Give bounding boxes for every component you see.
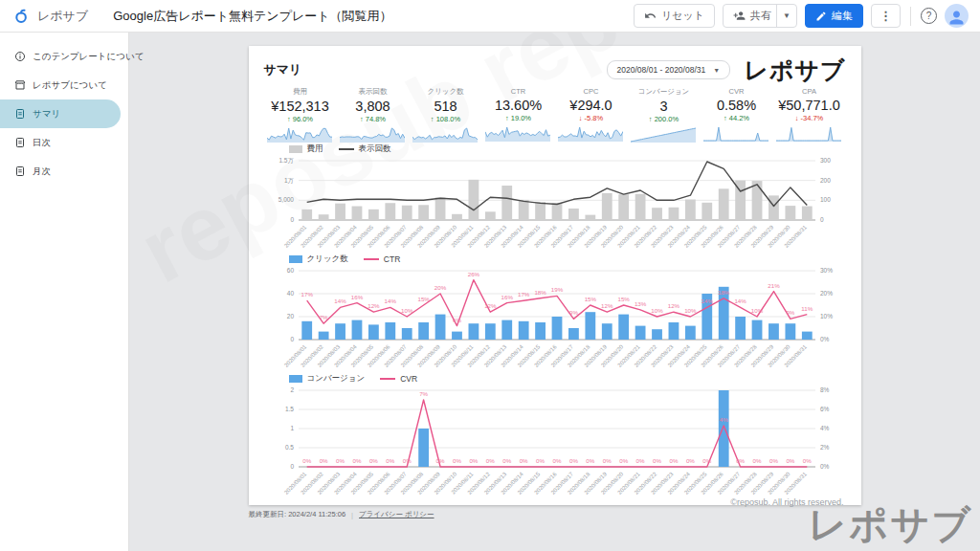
svg-text:0%: 0%: [602, 457, 611, 464]
svg-text:10%: 10%: [651, 307, 663, 314]
svg-text:0%: 0%: [519, 457, 527, 464]
svg-text:18%: 18%: [717, 289, 729, 296]
legend-bar-swatch: [289, 375, 302, 383]
svg-text:16%: 16%: [350, 294, 363, 300]
svg-text:0%: 0%: [619, 457, 628, 464]
kpi-delta: ↑ 96.0%: [267, 115, 334, 123]
cost-impressions-chart-block: 費用表示回数 05,0001万1.5万01002003002020/08/012…: [264, 143, 846, 253]
svg-text:4%: 4%: [719, 416, 727, 423]
report-title: Google広告レポート無料テンプレート（閲覧用）: [113, 8, 391, 25]
svg-text:0%: 0%: [536, 457, 545, 464]
clicks-ctr-chart-block: クリック数CTR 02040600%10%20%30%17%7%14%16%12…: [264, 253, 846, 372]
undo-icon: [644, 10, 657, 22]
kpi-sparkline: [267, 126, 332, 143]
conversions-cvr-legend: コンバージョンCVR: [264, 373, 846, 385]
svg-text:6%: 6%: [453, 317, 461, 323]
svg-text:0%: 0%: [736, 457, 745, 464]
kpi-label: CPA: [776, 87, 843, 96]
legend-line-swatch: [380, 378, 395, 381]
svg-text:0%: 0%: [435, 457, 444, 464]
clicks-ctr-chart[interactable]: 02040600%10%20%30%17%7%14%16%12%14%10%15…: [264, 265, 846, 372]
svg-text:20%: 20%: [820, 290, 833, 297]
kpi-label: 表示回数: [340, 87, 407, 97]
legend-label: クリック数: [307, 253, 348, 265]
svg-text:26%: 26%: [467, 271, 479, 277]
privacy-policy-link[interactable]: プライバシー ポリシー: [359, 510, 434, 519]
topbar: レポサブ Google広告レポート無料テンプレート（閲覧用） リセット 共有 ▼…: [0, 0, 980, 33]
sidebar-item-2[interactable]: レポサブについて: [0, 71, 128, 99]
sidebar-item-5[interactable]: 月次: [0, 157, 128, 186]
help-icon[interactable]: ?: [921, 8, 937, 24]
reposub-wordmark: レポサブ: [744, 55, 845, 86]
kpi-value: 3: [631, 99, 698, 114]
svg-text:10%: 10%: [750, 307, 763, 314]
sidebar-item-label: 日次: [33, 137, 51, 149]
svg-text:15%: 15%: [417, 296, 430, 302]
kpi-sparkline: [412, 126, 478, 143]
person-icon: [947, 8, 967, 28]
svg-text:14%: 14%: [334, 298, 346, 304]
sidebar-item-1[interactable]: このテンプレートについて: [0, 42, 128, 71]
kpi-label: CTR: [485, 87, 552, 96]
kpi-label: 費用: [267, 87, 334, 97]
svg-text:2: 2: [290, 386, 294, 393]
kpi-sparkline: [340, 126, 405, 143]
svg-text:0%: 0%: [469, 457, 478, 464]
kpi-CTR: CTR13.60%↑ 19.0%: [482, 87, 555, 143]
svg-text:14%: 14%: [384, 298, 396, 304]
date-range-value: 2020/08/01 - 2020/08/31: [617, 65, 706, 75]
svg-text:100: 100: [820, 196, 831, 203]
svg-text:20%: 20%: [434, 284, 446, 291]
sidebar-item-4[interactable]: 日次: [0, 128, 128, 157]
edit-button[interactable]: 編集: [805, 4, 863, 28]
edit-label: 編集: [832, 9, 853, 23]
sidebar-item-3[interactable]: サマリ: [0, 99, 121, 128]
kpi-label: CVR: [703, 87, 770, 96]
kpi-row: 費用¥152,313↑ 96.0%表示回数3,808↑ 74.8%クリック数51…: [264, 87, 846, 143]
avatar[interactable]: [945, 4, 969, 28]
page-icon: [14, 108, 26, 120]
svg-text:0.5: 0.5: [284, 444, 293, 451]
reset-button[interactable]: リセット: [634, 4, 715, 28]
svg-text:9%: 9%: [786, 309, 794, 316]
svg-text:60: 60: [286, 267, 294, 274]
svg-text:7%: 7%: [419, 390, 428, 397]
kpi-sparkline: [485, 125, 550, 142]
date-range-control[interactable]: 2020/08/01 - 2020/08/31 ▼: [607, 60, 731, 79]
copyright: ©reposub. All rights reserved.: [264, 496, 846, 507]
report-card: reposub reposub reposub reposub reposub …: [249, 46, 861, 505]
svg-text:0%: 0%: [453, 457, 461, 464]
svg-text:1.5: 1.5: [284, 406, 293, 412]
svg-text:15%: 15%: [617, 296, 630, 302]
kpi-label: コンバージョン: [631, 87, 698, 97]
legend-bar-swatch: [289, 145, 302, 153]
more-options-button[interactable]: ⋮: [871, 4, 901, 28]
kpi-費用: 費用¥152,313↑ 96.0%: [264, 87, 337, 143]
chevron-down-icon: ▼: [713, 67, 720, 74]
svg-text:0: 0: [820, 216, 824, 223]
page-title: サマリ: [264, 61, 302, 78]
clicks-ctr-legend: クリック数CTR: [264, 253, 846, 265]
conversions-cvr-chart[interactable]: 00.511.520%2%4%6%8%0%0%0%0%0%0%0%7%0%0%0…: [264, 385, 846, 496]
svg-text:14%: 14%: [734, 298, 746, 304]
kpi-CVR: CVR0.58%↑ 44.2%: [701, 87, 773, 143]
app-brand: レポサブ: [37, 8, 88, 25]
share-button[interactable]: 共有 ▼: [723, 4, 797, 28]
share-dropdown-caret[interactable]: ▼: [776, 5, 796, 27]
svg-text:20: 20: [286, 313, 294, 320]
legend-item: CTR: [364, 254, 400, 264]
kpi-value: 3,808: [340, 99, 407, 114]
svg-text:4%: 4%: [820, 425, 830, 431]
conversions-cvr-chart-block: コンバージョンCVR 00.511.520%2%4%6%8%0%0%0%0%0%…: [264, 373, 846, 496]
cost-impressions-chart[interactable]: 05,0001万1.5万01002003002020/08/012020/08/…: [264, 155, 846, 253]
svg-text:0%: 0%: [336, 457, 345, 464]
kpi-value: 13.60%: [485, 98, 552, 113]
svg-text:1.5万: 1.5万: [278, 157, 294, 164]
page-icon: [14, 137, 26, 148]
kpi-value: ¥50,771.0: [776, 98, 843, 113]
svg-text:0%: 0%: [653, 457, 661, 464]
svg-text:0%: 0%: [319, 457, 327, 464]
legend-label: CTR: [384, 254, 400, 264]
svg-text:18%: 18%: [534, 289, 546, 296]
footer-separator: |: [351, 511, 353, 519]
